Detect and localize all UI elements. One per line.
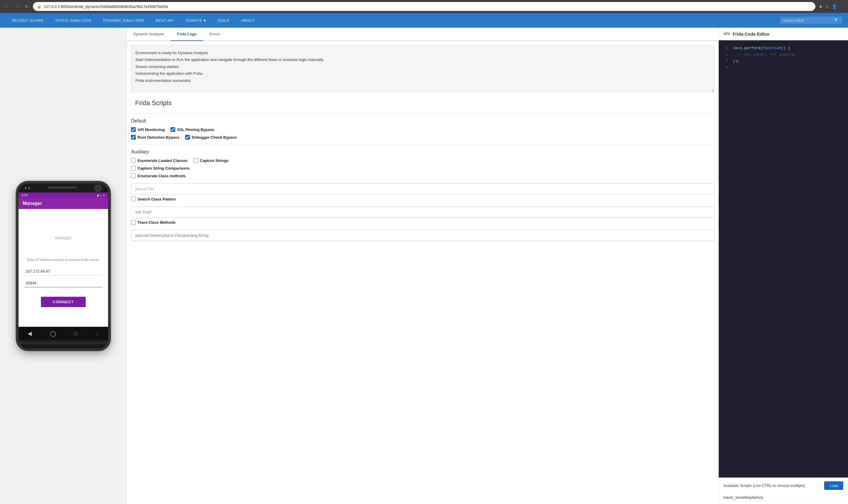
back-button[interactable]: ← <box>3 3 11 10</box>
log-area[interactable]: Environment is ready for Dynamic Analysi… <box>131 45 714 92</box>
main-layout: 6:58 ◢ ▪ ▭ Manager Manager Enter IP addr… <box>0 28 848 504</box>
root-detection-checkbox[interactable] <box>131 135 136 140</box>
api-monitoring-checkbox[interactable] <box>131 127 136 132</box>
line-num-1: 1 <box>723 45 728 52</box>
nav-dynamic-analyzer[interactable]: DYNAMIC ANALYZER <box>97 13 150 28</box>
keyboard-nav-icon[interactable]: ⋮ <box>95 331 99 336</box>
ssl-pinning-checkbox[interactable] <box>170 127 175 132</box>
code-line-3: 3 }); <box>723 58 843 65</box>
search-pattern-input[interactable] <box>131 207 714 218</box>
trace-methods-label[interactable]: Trace Class Methods <box>131 220 176 224</box>
divider-1 <box>131 113 714 114</box>
nav-static-analyzer[interactable]: STATIC ANALYZER <box>50 13 97 28</box>
debugger-check-checkbox[interactable] <box>185 135 190 140</box>
bookmarks-icon[interactable]: ★ <box>818 4 823 10</box>
search-class-pattern-label[interactable]: Search Class Pattern <box>131 197 176 201</box>
search-class-pattern-text: Search Class Pattern <box>138 197 176 201</box>
trace-input[interactable] <box>131 230 714 241</box>
nav-donate[interactable]: DONATE ♥ <box>180 13 212 28</box>
phone-dot <box>24 187 27 189</box>
log-line-1: Start Instrumentation or Run the applica… <box>136 56 710 63</box>
nav-docs[interactable]: DOCS <box>212 13 235 28</box>
tab-frida-logs[interactable]: Frida Logs <box>170 28 203 41</box>
auxiliary-row-1: Enumerate Loaded Classes Capture Strings <box>131 158 714 163</box>
enum-classes-label[interactable]: Enumerate Loaded Classes <box>131 158 187 163</box>
enum-classes-text: Enumerate Loaded Classes <box>138 158 187 163</box>
tab-errors[interactable]: Errors <box>203 28 227 41</box>
code-editor[interactable]: 1 Java.perform(function() { 2 // Use sen… <box>719 40 848 478</box>
ssl-pinning-label[interactable]: SSL Pinning Bypass <box>170 127 214 132</box>
phone-speaker-top <box>48 187 77 188</box>
class-input[interactable] <box>131 183 714 194</box>
ssl-pinning-text: SSL Pinning Bypass <box>177 127 214 132</box>
trace-methods-checkbox[interactable] <box>131 220 136 224</box>
code-icon: </> <box>723 31 730 36</box>
auxiliary-row-2: Capture String Comparisons <box>131 166 714 170</box>
phone-content: Manager Enter IP address and port to con… <box>19 209 108 327</box>
home-nav-icon[interactable]: ◯ <box>50 330 56 337</box>
back-nav-icon[interactable]: ◀ <box>28 330 32 337</box>
wifi-icon: ◢ <box>96 194 99 197</box>
address-bar[interactable]: 🔒 127.0.0.1:8000/android_dynamic/54d0a66… <box>33 2 816 11</box>
search-input[interactable] <box>783 18 832 23</box>
frida-scripts-title: Frida Scripts <box>131 96 714 109</box>
available-scripts-label: Available Scripts (Use CTRL to choose mu… <box>723 483 805 488</box>
profile-icon[interactable]: 👤 <box>831 4 837 10</box>
phone-app-title: Manager <box>23 201 42 206</box>
phone-top-bar <box>19 184 108 193</box>
nav-search-container: 🔍 <box>780 17 842 24</box>
root-detection-text: Root Detection Bypass <box>138 135 179 140</box>
root-detection-label[interactable]: Root Detection Bypass <box>131 135 179 140</box>
tab-dynamic-analyzer[interactable]: Dynamic Analyzer <box>127 28 170 41</box>
reload-button[interactable]: ↻ <box>23 3 30 11</box>
debugger-check-text: Debugger Check Bypass <box>192 135 237 140</box>
line-num-4: 4 <box>723 65 728 71</box>
auxiliary-section-title: Auxiliary <box>131 149 714 155</box>
phone-bottom-bar <box>19 342 108 348</box>
scripts-section: Frida Scripts Default API Monitoring SSL… <box>127 96 719 249</box>
phone-dots <box>24 187 30 189</box>
phone-manager-label: Manager <box>55 235 71 240</box>
enum-classes-checkbox[interactable] <box>131 158 136 163</box>
nav-rest-api[interactable]: REST API <box>150 13 180 28</box>
enum-methods-checkbox[interactable] <box>131 174 136 178</box>
browser-right-icons: ★ ⚠ 👤 ⋮ <box>818 4 845 10</box>
forward-button[interactable]: → <box>14 3 21 10</box>
nav-recent-scans[interactable]: RECENT SCANS <box>6 13 50 28</box>
search-pattern-row: Search Class Pattern <box>131 197 714 201</box>
capture-strings-checkbox[interactable] <box>194 158 198 163</box>
tabs-bar: Dynamic Analyzer Frida Logs Errors <box>127 28 719 41</box>
debugger-check-label[interactable]: Debugger Check Bypass <box>185 135 237 140</box>
capture-comparisons-checkbox[interactable] <box>131 166 136 170</box>
security-icon: 🔒 <box>37 4 41 8</box>
api-monitoring-label[interactable]: API Monitoring <box>131 127 165 132</box>
frida-code-editor-header: </> Frida Code Editor <box>719 28 848 40</box>
default-row-2: Root Detection Bypass Debugger Check Byp… <box>131 135 714 140</box>
log-line-2: Screen streaming started. <box>136 63 710 70</box>
capture-comparisons-text: Capture String Comparisons <box>138 166 190 170</box>
ip-input[interactable] <box>24 267 102 275</box>
enum-methods-text: Enumerate Class methods <box>138 174 185 178</box>
api-monitoring-text: API Monitoring <box>138 127 165 132</box>
search-class-pattern-checkbox[interactable] <box>131 197 136 201</box>
menu-icon[interactable]: ⋮ <box>840 4 845 10</box>
default-row-1: API Monitoring SSL Pinning Bypass <box>131 127 714 132</box>
enum-methods-label[interactable]: Enumerate Class methods <box>131 174 185 178</box>
load-button[interactable]: Load <box>824 481 843 490</box>
phone-camera-lens <box>96 186 100 190</box>
phone-instruction: Enter IP address and port to connect to … <box>27 258 100 262</box>
divider-2 <box>131 144 714 145</box>
capture-strings-text: Capture Strings <box>200 158 229 163</box>
phone-time: 6:58 <box>21 194 28 197</box>
phone-device: 6:58 ◢ ▪ ▭ Manager Manager Enter IP addr… <box>16 181 110 350</box>
connect-button[interactable]: CONNECT <box>41 297 85 307</box>
capture-strings-label[interactable]: Capture Strings <box>194 158 229 163</box>
nav-about[interactable]: ABOUT <box>235 13 261 28</box>
phone-panel: 6:58 ◢ ▪ ▭ Manager Manager Enter IP addr… <box>0 28 127 504</box>
extensions-icon[interactable]: ⚠ <box>825 4 829 10</box>
script-item-tracer[interactable]: tracer_secretkeyfactory <box>723 493 843 502</box>
port-input[interactable] <box>24 279 102 287</box>
right-panel: </> Frida Code Editor 1 Java.perform(fun… <box>719 28 848 504</box>
recents-nav-icon[interactable]: □ <box>74 330 77 337</box>
capture-comparisons-label[interactable]: Capture String Comparisons <box>131 166 190 170</box>
